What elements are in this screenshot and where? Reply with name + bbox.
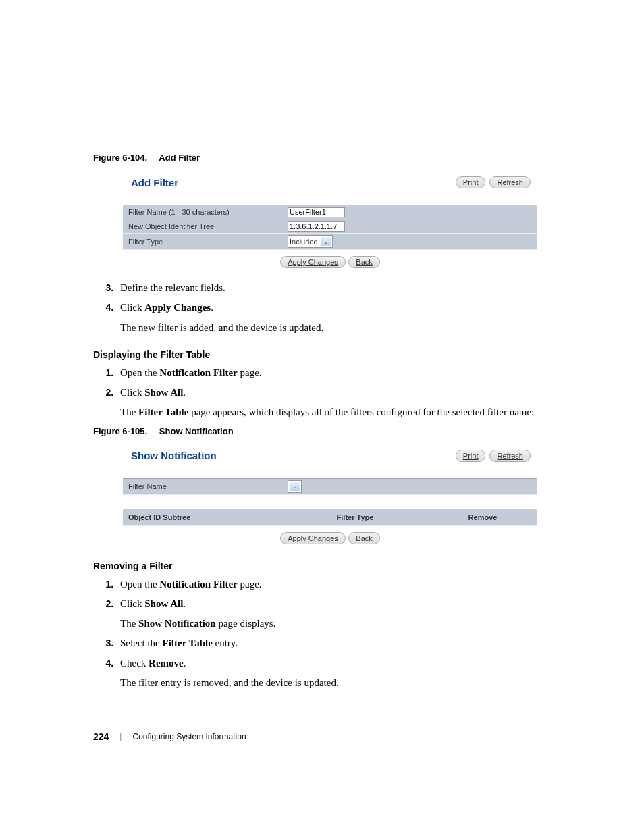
apply-changes-button[interactable]: Apply Changes: [280, 532, 346, 544]
filter-name-select[interactable]: ⌄: [288, 480, 302, 493]
step-1: Open the Notification Filter page.: [116, 577, 556, 592]
refresh-button[interactable]: Refresh: [489, 176, 531, 188]
chevron-down-icon: ⌄: [321, 237, 331, 246]
panel-header: Add Filter Print Refresh: [123, 171, 537, 195]
step-1: Open the Notification Filter page.: [116, 365, 556, 381]
chevron-down-icon: ⌄: [290, 482, 300, 491]
field-label-filter-type: Filter Type: [123, 234, 282, 250]
print-button[interactable]: Print: [456, 450, 486, 462]
field-label-filter-name: Filter Name: [123, 478, 282, 494]
col-filter-type: Filter Type: [282, 509, 428, 525]
col-object-id-subtree: Object ID Subtree: [123, 509, 282, 525]
procedure-steps-3: Open the Notification Filter page. Click…: [93, 577, 556, 692]
step-3: Select the Filter Table entry.: [116, 635, 556, 651]
refresh-button[interactable]: Refresh: [489, 450, 531, 462]
page-number: 224: [93, 731, 109, 742]
figure-title: Add Filter: [159, 153, 200, 163]
procedure-steps-1: Define the relevant fields. Click Apply …: [93, 280, 556, 336]
oid-tree-input[interactable]: [288, 221, 345, 232]
step-2: Click Show All. The Filter Table page ap…: [116, 385, 556, 421]
step-4: Check Remove. The filter entry is remove…: [116, 656, 556, 692]
filter-type-select[interactable]: Included ⌄: [288, 235, 333, 248]
form-table: Filter Name (1 - 30 characters) New Obje…: [123, 205, 537, 250]
panel-header: Show Notification Print Refresh: [123, 444, 537, 469]
step-2: Click Show All. The Show Notification pa…: [116, 596, 556, 632]
screenshot-show-notification: Show Notification Print Refresh Filter N…: [123, 444, 537, 547]
field-label-filter-name: Filter Name (1 - 30 characters): [123, 205, 282, 219]
figure-number: Figure 6-104.: [93, 153, 147, 163]
figure-number: Figure 6-105.: [93, 426, 147, 436]
page-footer: 224 | Configuring System Information: [93, 731, 556, 742]
section-heading-removing-filter: Removing a Filter: [93, 561, 556, 571]
step-3: Define the relevant fields.: [116, 280, 556, 296]
section-heading-display-filter-table: Displaying the Filter Table: [93, 349, 556, 360]
apply-changes-button[interactable]: Apply Changes: [280, 256, 346, 268]
back-button[interactable]: Back: [348, 256, 379, 268]
column-header-row: Object ID Subtree Filter Type Remove: [123, 509, 537, 526]
chapter-title: Configuring System Information: [132, 732, 246, 741]
print-button[interactable]: Print: [456, 176, 486, 188]
filter-name-input[interactable]: [288, 207, 345, 217]
figure-caption-1: Figure 6-104. Add Filter: [93, 153, 556, 163]
procedure-steps-2: Open the Notification Filter page. Click…: [93, 365, 556, 421]
filter-type-value: Included: [290, 238, 318, 246]
screenshot-add-filter: Add Filter Print Refresh Filter Name (1 …: [123, 171, 537, 271]
footer-divider: |: [119, 732, 122, 741]
panel-title: Add Filter: [131, 177, 178, 188]
figure-caption-2: Figure 6-105. Show Notification: [93, 426, 556, 436]
back-button[interactable]: Back: [348, 532, 379, 544]
panel-title: Show Notification: [131, 450, 217, 461]
col-remove: Remove: [428, 509, 537, 525]
filter-name-row: Filter Name ⌄: [123, 478, 537, 495]
figure-title: Show Notification: [159, 426, 234, 436]
step-4: Click Apply Changes. The new filter is a…: [116, 300, 556, 336]
field-label-oid-tree: New Object Identifier Tree: [123, 219, 282, 234]
document-page: Figure 6-104. Add Filter Add Filter Prin…: [0, 0, 644, 783]
